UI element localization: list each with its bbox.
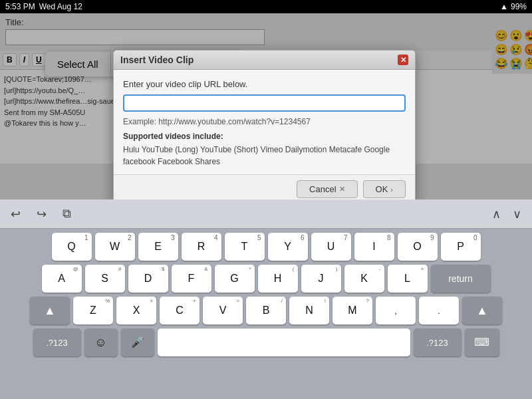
key-space[interactable] [158, 329, 410, 356]
key-shift-right[interactable]: ▲ [462, 297, 502, 325]
up-button[interactable]: ∧ [489, 204, 503, 224]
modal-label: Enter your video clip URL below. [123, 79, 406, 89]
key-m[interactable]: ?M [332, 297, 372, 325]
key-row-1: 1Q 2W 3E 4R 5T 6Y 7U 8I 9O 0P [3, 233, 529, 261]
cancel-label: Cancel [309, 184, 336, 194]
key-k[interactable]: -K [344, 265, 384, 293]
key-h[interactable]: (H [258, 265, 298, 293]
main-area: Title: Select All Paste Find in Page B I… [0, 13, 532, 200]
status-date: Wed Aug 12 [39, 2, 82, 11]
key-special-left[interactable]: .?123 [33, 329, 81, 356]
status-left: 5:53 PM Wed Aug 12 [5, 2, 82, 11]
key-v[interactable]: =V [203, 297, 243, 325]
key-r[interactable]: 4R [182, 233, 221, 261]
copy-button[interactable]: ⧉ [60, 204, 74, 223]
key-l[interactable]: +L [388, 265, 428, 293]
ok-label: OK [376, 184, 388, 194]
key-special-right[interactable]: .?123 [414, 329, 462, 356]
key-return[interactable]: return [431, 265, 491, 293]
modal-supported-text: Hulu YouTube (Long) YouTube (Short) Vime… [123, 144, 406, 168]
key-x[interactable]: ×X [116, 297, 156, 325]
key-p[interactable]: 0P [441, 233, 481, 261]
battery-level: 99% [511, 2, 527, 11]
insert-video-dialog: Insert Video Clip ✕ Enter your video cli… [113, 50, 416, 200]
key-b[interactable]: /B [246, 297, 286, 325]
key-shift-left[interactable]: ▲ [30, 297, 70, 325]
key-z[interactable]: %Z [73, 297, 113, 325]
key-t[interactable]: 5T [225, 233, 265, 261]
status-time: 5:53 PM [5, 2, 35, 11]
key-a[interactable]: @A [42, 265, 82, 293]
key-f[interactable]: &F [172, 265, 211, 293]
key-emoji[interactable]: ☺ [84, 329, 118, 356]
key-o[interactable]: 9O [398, 233, 438, 261]
keyboard-toolbar-left: ↩ ↪ ⧉ [8, 204, 74, 224]
modal-body: Enter your video clip URL below. Example… [114, 70, 415, 174]
key-comma[interactable]: , [376, 297, 416, 325]
modal-supported-label: Supported videos include: [123, 132, 406, 141]
modal-close-button[interactable]: ✕ [398, 55, 408, 65]
wifi-icon: ▲ [500, 2, 508, 11]
key-j[interactable]: )J [301, 265, 341, 293]
key-row-4: .?123 ☺ 🎤 .?123 ⌨ [3, 329, 529, 356]
modal-example: Example: http://www.youtube.com/watch?v=… [123, 117, 406, 126]
key-e[interactable]: 3E [138, 233, 178, 261]
modal-title: Insert Video Clip [120, 55, 194, 65]
key-g[interactable]: *G [215, 265, 255, 293]
keyboard-area: ↩ ↪ ⧉ ∧ ∨ 1Q 2W 3E 4R 5T 6Y 7U 8I 9O 0P … [0, 200, 532, 399]
key-n[interactable]: !N [289, 297, 329, 325]
key-keyboard[interactable]: ⌨ [465, 329, 499, 356]
key-row-3: ▲ %Z ×X +C =V /B !N ?M , . ▲ [3, 297, 529, 325]
key-period[interactable]: . [419, 297, 459, 325]
key-s[interactable]: #S [85, 265, 125, 293]
modal-url-input[interactable] [123, 94, 406, 112]
modal-header: Insert Video Clip ✕ [114, 51, 415, 70]
keyboard-toolbar-right: ∧ ∨ [489, 204, 524, 224]
key-mic[interactable]: 🎤 [121, 329, 154, 356]
ok-arrow: › [390, 186, 393, 194]
key-y[interactable]: 6Y [268, 233, 308, 261]
modal-footer: Cancel ✕ OK › [114, 174, 415, 200]
redo-button[interactable]: ↪ [34, 204, 49, 224]
key-d[interactable]: $D [128, 265, 168, 293]
key-q[interactable]: 1Q [52, 233, 92, 261]
key-u[interactable]: 7U [311, 233, 351, 261]
down-button[interactable]: ∨ [510, 204, 524, 224]
status-bar: 5:53 PM Wed Aug 12 ▲ 99% [0, 0, 532, 13]
modal-ok-button[interactable]: OK › [363, 180, 406, 198]
status-right: ▲ 99% [500, 2, 527, 11]
modal-cancel-button[interactable]: Cancel ✕ [297, 180, 357, 198]
keyboard-toolbar: ↩ ↪ ⧉ ∧ ∨ [0, 200, 532, 229]
key-row-2: @A #S $D &F *G (H )J -K +L return [3, 265, 529, 293]
cancel-arrow: ✕ [339, 185, 345, 194]
key-i[interactable]: 8I [354, 233, 394, 261]
keyboard-rows: 1Q 2W 3E 4R 5T 6Y 7U 8I 9O 0P @A #S $D &… [0, 229, 532, 359]
key-c[interactable]: +C [160, 297, 200, 325]
key-w[interactable]: 2W [95, 233, 135, 261]
undo-button[interactable]: ↩ [8, 204, 23, 224]
